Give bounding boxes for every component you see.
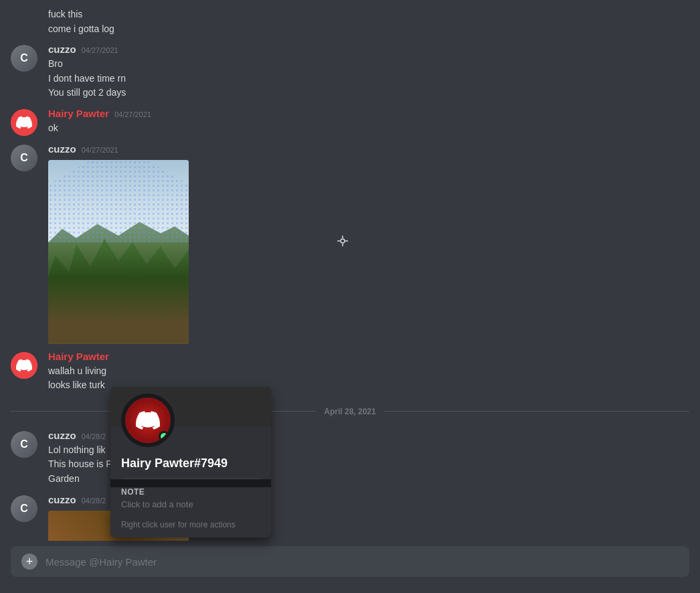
- username: Hairy Pawter: [48, 108, 109, 119]
- note-section: NOTE Click to add a note: [110, 487, 271, 515]
- username: Hairy Pawter: [48, 351, 109, 362]
- avatar-image: C: [11, 495, 37, 522]
- message-group: Hairy Pawter 04/27/2021 ok: [0, 105, 700, 139]
- avatar-image: [11, 109, 37, 136]
- message-text: Bro: [48, 58, 689, 71]
- chat-area: fuck this come i gotta log C cuzzo 04/27…: [0, 0, 700, 593]
- message-header: cuzzo 04/27/2021: [48, 44, 689, 55]
- avatar-image: C: [11, 45, 37, 72]
- message-header: Hairy Pawter 04/27/2021: [48, 108, 689, 119]
- message-text: wallah u living: [48, 365, 689, 378]
- timestamp: 04/27/2021: [82, 46, 118, 54]
- message-content: fuck this come i gotta log: [48, 8, 689, 37]
- avatar: C: [11, 495, 37, 522]
- profile-username-area: Hairy Pawter #7949: [121, 456, 260, 471]
- status-dot: [159, 431, 169, 442]
- message-text: fuck this: [48, 8, 689, 21]
- username: cuzzo: [48, 44, 76, 55]
- timestamp: 04/27/2021: [114, 110, 151, 118]
- message-group: fuck this come i gotta log: [0, 5, 700, 39]
- profile-avatar: [121, 394, 175, 447]
- timestamp: 04/28/2: [82, 497, 106, 505]
- username: cuzzo: [48, 430, 76, 441]
- username: cuzzo: [48, 143, 76, 155]
- avatar-image: C: [11, 145, 37, 171]
- avatar: C: [11, 145, 37, 171]
- message-group: C cuzzo 04/28/2: [0, 491, 700, 541]
- date-divider-text: April 28, 2021: [316, 407, 383, 416]
- avatar-image: [11, 352, 37, 379]
- message-header: cuzzo 04/27/2021: [48, 143, 689, 155]
- profile-username: Hairy Pawter: [121, 456, 194, 471]
- image-embed[interactable]: [48, 160, 189, 344]
- avatar: [11, 109, 37, 136]
- message-text: I dont have time rn: [48, 72, 689, 86]
- note-label: NOTE: [121, 487, 260, 497]
- timestamp: 04/28/2: [82, 432, 106, 440]
- message-input-area: + Message @Hairy Pawter: [0, 541, 700, 593]
- avatar-image: C: [11, 431, 37, 458]
- profile-discriminator: #7949: [194, 456, 228, 471]
- timestamp: 04/27/2021: [82, 146, 118, 154]
- message-text: come i gotta log: [48, 23, 689, 36]
- avatar: C: [11, 431, 37, 458]
- profile-divider: [121, 479, 260, 479]
- username: cuzzo: [48, 494, 76, 505]
- profile-avatar-container: [121, 394, 175, 447]
- message-content: cuzzo 04/27/2021 Bro I dont have time rn…: [48, 44, 689, 101]
- add-file-button[interactable]: +: [21, 554, 37, 570]
- message-group: C cuzzo 04/27/2021: [0, 141, 700, 347]
- avatar: [11, 352, 37, 379]
- message-text: You still got 2 days: [48, 86, 689, 100]
- message-content: cuzzo 04/27/2021: [48, 143, 689, 344]
- message-input-placeholder: Message @Hairy Pawter: [46, 556, 157, 568]
- note-input[interactable]: Click to add a note: [121, 499, 260, 509]
- message-group: Hairy Pawter wallah u living looks like …: [0, 348, 700, 396]
- message-header: Hairy Pawter: [48, 351, 689, 362]
- message-content: Hairy Pawter 04/27/2021 ok: [48, 108, 689, 137]
- message-group: C cuzzo 04/27/2021 Bro I dont have time …: [0, 41, 700, 104]
- profile-banner: [110, 387, 271, 427]
- messages-container: fuck this come i gotta log C cuzzo 04/27…: [0, 0, 700, 541]
- message-group: C cuzzo 04/28/2 Lol nothing lik This hou…: [0, 427, 700, 490]
- message-input-box[interactable]: + Message @Hairy Pawter: [11, 546, 689, 577]
- profile-popup: Hairy Pawter #7949 NOTE Click to add a n…: [110, 387, 271, 537]
- right-click-hint: Right click user for more actions: [110, 515, 271, 537]
- message-text: ok: [48, 122, 689, 135]
- avatar: C: [11, 45, 37, 72]
- image-placeholder: [48, 160, 189, 344]
